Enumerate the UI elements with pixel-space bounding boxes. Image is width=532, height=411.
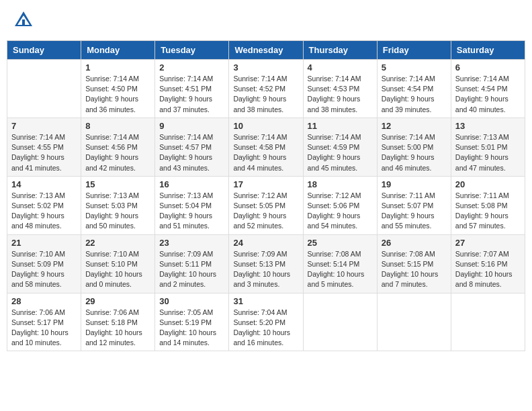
day-info: Sunrise: 7:05 AM Sunset: 5:19 PM Dayligh… bbox=[159, 308, 224, 349]
calendar-cell: 5Sunrise: 7:14 AM Sunset: 4:54 PM Daylig… bbox=[377, 60, 451, 118]
calendar-cell: 21Sunrise: 7:10 AM Sunset: 5:09 PM Dayli… bbox=[7, 234, 81, 293]
day-info: Sunrise: 7:14 AM Sunset: 4:55 PM Dayligh… bbox=[11, 132, 77, 173]
day-number: 8 bbox=[85, 121, 150, 131]
calendar-cell: 7Sunrise: 7:14 AM Sunset: 4:55 PM Daylig… bbox=[7, 118, 81, 176]
day-number: 14 bbox=[11, 179, 77, 189]
day-info: Sunrise: 7:09 AM Sunset: 5:13 PM Dayligh… bbox=[233, 249, 298, 290]
calendar-week-row: 21Sunrise: 7:10 AM Sunset: 5:09 PM Dayli… bbox=[7, 234, 525, 293]
calendar-week-row: 1Sunrise: 7:14 AM Sunset: 4:50 PM Daylig… bbox=[7, 60, 525, 118]
day-info: Sunrise: 7:10 AM Sunset: 5:09 PM Dayligh… bbox=[11, 249, 77, 290]
calendar-cell: 9Sunrise: 7:14 AM Sunset: 4:57 PM Daylig… bbox=[155, 118, 229, 176]
day-info: Sunrise: 7:08 AM Sunset: 5:14 PM Dayligh… bbox=[308, 249, 373, 290]
day-info: Sunrise: 7:06 AM Sunset: 5:18 PM Dayligh… bbox=[85, 308, 150, 349]
logo bbox=[13, 10, 36, 30]
calendar-cell bbox=[303, 293, 377, 351]
day-info: Sunrise: 7:06 AM Sunset: 5:17 PM Dayligh… bbox=[11, 308, 77, 349]
calendar-cell: 20Sunrise: 7:11 AM Sunset: 5:08 PM Dayli… bbox=[451, 176, 525, 234]
day-number: 31 bbox=[233, 296, 298, 306]
day-info: Sunrise: 7:04 AM Sunset: 5:20 PM Dayligh… bbox=[233, 308, 298, 349]
calendar-cell: 2Sunrise: 7:14 AM Sunset: 4:51 PM Daylig… bbox=[155, 60, 229, 118]
calendar-cell: 28Sunrise: 7:06 AM Sunset: 5:17 PM Dayli… bbox=[7, 293, 81, 351]
day-info: Sunrise: 7:13 AM Sunset: 5:04 PM Dayligh… bbox=[159, 191, 224, 232]
day-number: 10 bbox=[233, 121, 298, 131]
day-info: Sunrise: 7:14 AM Sunset: 4:58 PM Dayligh… bbox=[233, 132, 298, 173]
day-number: 20 bbox=[455, 179, 521, 189]
day-info: Sunrise: 7:14 AM Sunset: 4:54 PM Dayligh… bbox=[455, 74, 521, 115]
calendar-header-saturday: Saturday bbox=[451, 41, 525, 60]
calendar-header-sunday: Sunday bbox=[7, 41, 81, 60]
calendar-header-friday: Friday bbox=[377, 41, 451, 60]
logo-icon bbox=[13, 10, 34, 30]
day-number: 18 bbox=[308, 179, 373, 189]
page-header bbox=[7, 7, 525, 34]
calendar-cell: 31Sunrise: 7:04 AM Sunset: 5:20 PM Dayli… bbox=[229, 293, 303, 351]
day-number: 3 bbox=[233, 62, 298, 73]
calendar-cell: 27Sunrise: 7:07 AM Sunset: 5:16 PM Dayli… bbox=[451, 234, 525, 293]
day-info: Sunrise: 7:13 AM Sunset: 5:01 PM Dayligh… bbox=[455, 132, 521, 173]
day-number: 16 bbox=[159, 179, 224, 189]
calendar-cell: 23Sunrise: 7:09 AM Sunset: 5:11 PM Dayli… bbox=[155, 234, 229, 293]
calendar-header-thursday: Thursday bbox=[303, 41, 377, 60]
calendar-cell: 19Sunrise: 7:11 AM Sunset: 5:07 PM Dayli… bbox=[377, 176, 451, 234]
calendar-cell: 16Sunrise: 7:13 AM Sunset: 5:04 PM Dayli… bbox=[155, 176, 229, 234]
calendar-week-row: 14Sunrise: 7:13 AM Sunset: 5:02 PM Dayli… bbox=[7, 176, 525, 234]
day-number: 7 bbox=[11, 121, 77, 131]
day-info: Sunrise: 7:14 AM Sunset: 5:00 PM Dayligh… bbox=[382, 132, 447, 173]
calendar-header-row: SundayMondayTuesdayWednesdayThursdayFrid… bbox=[7, 41, 525, 60]
calendar-header-wednesday: Wednesday bbox=[229, 41, 303, 60]
day-number: 25 bbox=[308, 238, 373, 248]
day-number: 24 bbox=[233, 238, 298, 248]
calendar-cell bbox=[377, 293, 451, 351]
calendar-cell: 18Sunrise: 7:12 AM Sunset: 5:06 PM Dayli… bbox=[303, 176, 377, 234]
day-number: 13 bbox=[455, 121, 521, 131]
day-number: 30 bbox=[159, 296, 224, 306]
calendar-cell: 3Sunrise: 7:14 AM Sunset: 4:52 PM Daylig… bbox=[229, 60, 303, 118]
day-info: Sunrise: 7:14 AM Sunset: 4:59 PM Dayligh… bbox=[308, 132, 373, 173]
day-number: 26 bbox=[382, 238, 447, 248]
day-info: Sunrise: 7:14 AM Sunset: 4:57 PM Dayligh… bbox=[159, 132, 224, 173]
calendar-cell: 11Sunrise: 7:14 AM Sunset: 4:59 PM Dayli… bbox=[303, 118, 377, 176]
calendar-cell: 24Sunrise: 7:09 AM Sunset: 5:13 PM Dayli… bbox=[229, 234, 303, 293]
calendar-cell: 13Sunrise: 7:13 AM Sunset: 5:01 PM Dayli… bbox=[451, 118, 525, 176]
calendar-cell: 14Sunrise: 7:13 AM Sunset: 5:02 PM Dayli… bbox=[7, 176, 81, 234]
day-number: 4 bbox=[308, 62, 373, 73]
day-number: 19 bbox=[382, 179, 447, 189]
day-info: Sunrise: 7:14 AM Sunset: 4:51 PM Dayligh… bbox=[159, 74, 224, 115]
day-number: 21 bbox=[11, 238, 77, 248]
day-number: 17 bbox=[233, 179, 298, 189]
day-info: Sunrise: 7:08 AM Sunset: 5:15 PM Dayligh… bbox=[382, 249, 447, 290]
day-number: 27 bbox=[455, 238, 521, 248]
calendar-cell: 1Sunrise: 7:14 AM Sunset: 4:50 PM Daylig… bbox=[81, 60, 155, 118]
calendar-cell: 25Sunrise: 7:08 AM Sunset: 5:14 PM Dayli… bbox=[303, 234, 377, 293]
calendar-week-row: 7Sunrise: 7:14 AM Sunset: 4:55 PM Daylig… bbox=[7, 118, 525, 176]
calendar-header-monday: Monday bbox=[81, 41, 155, 60]
day-info: Sunrise: 7:14 AM Sunset: 4:54 PM Dayligh… bbox=[382, 74, 447, 115]
calendar-cell: 6Sunrise: 7:14 AM Sunset: 4:54 PM Daylig… bbox=[451, 60, 525, 118]
svg-rect-2 bbox=[22, 19, 25, 25]
day-number: 1 bbox=[85, 62, 150, 73]
calendar-cell: 26Sunrise: 7:08 AM Sunset: 5:15 PM Dayli… bbox=[377, 234, 451, 293]
day-number: 5 bbox=[382, 62, 447, 73]
day-info: Sunrise: 7:12 AM Sunset: 5:05 PM Dayligh… bbox=[233, 191, 298, 232]
day-number: 23 bbox=[159, 238, 224, 248]
day-number: 12 bbox=[382, 121, 447, 131]
day-info: Sunrise: 7:11 AM Sunset: 5:08 PM Dayligh… bbox=[455, 191, 521, 232]
day-number: 2 bbox=[159, 62, 224, 73]
day-number: 28 bbox=[11, 296, 77, 306]
day-number: 11 bbox=[308, 121, 373, 131]
day-info: Sunrise: 7:13 AM Sunset: 5:02 PM Dayligh… bbox=[11, 191, 77, 232]
calendar-cell: 17Sunrise: 7:12 AM Sunset: 5:05 PM Dayli… bbox=[229, 176, 303, 234]
day-info: Sunrise: 7:10 AM Sunset: 5:10 PM Dayligh… bbox=[85, 249, 150, 290]
calendar-header-tuesday: Tuesday bbox=[155, 41, 229, 60]
calendar-cell: 8Sunrise: 7:14 AM Sunset: 4:56 PM Daylig… bbox=[81, 118, 155, 176]
day-info: Sunrise: 7:11 AM Sunset: 5:07 PM Dayligh… bbox=[382, 191, 447, 232]
day-number: 9 bbox=[159, 121, 224, 131]
calendar-cell: 10Sunrise: 7:14 AM Sunset: 4:58 PM Dayli… bbox=[229, 118, 303, 176]
day-number: 15 bbox=[85, 179, 150, 189]
day-info: Sunrise: 7:12 AM Sunset: 5:06 PM Dayligh… bbox=[308, 191, 373, 232]
calendar-table: SundayMondayTuesdayWednesdayThursdayFrid… bbox=[7, 40, 525, 351]
day-info: Sunrise: 7:14 AM Sunset: 4:56 PM Dayligh… bbox=[85, 132, 150, 173]
day-info: Sunrise: 7:09 AM Sunset: 5:11 PM Dayligh… bbox=[159, 249, 224, 290]
calendar-cell bbox=[451, 293, 525, 351]
calendar-cell bbox=[7, 60, 81, 118]
